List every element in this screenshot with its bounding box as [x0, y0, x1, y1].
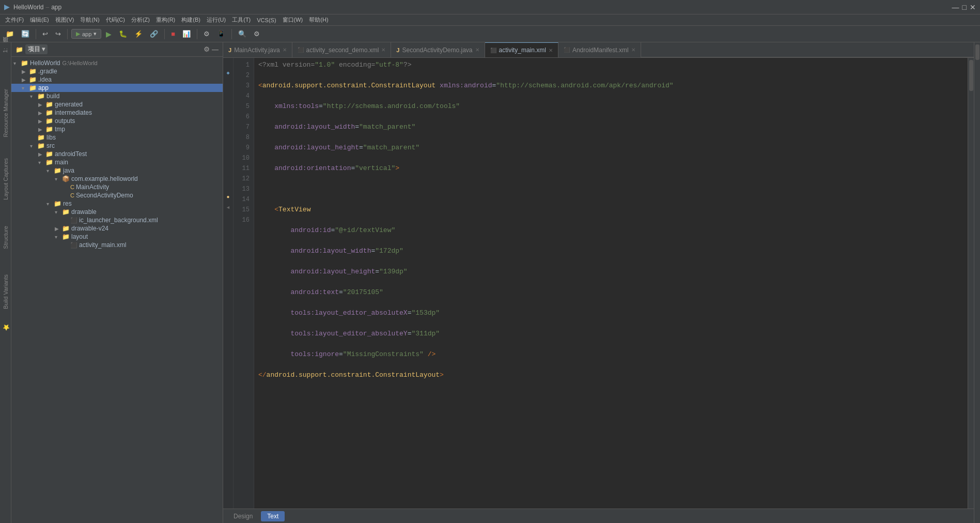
- coverage-button[interactable]: 📊: [180, 28, 193, 39]
- tree-item-androidtest[interactable]: ▶ 📁 androidTest: [11, 150, 223, 158]
- menu-vcs[interactable]: VCS(S): [254, 16, 279, 24]
- line-num-4: 4: [234, 91, 254, 101]
- code-editor[interactable]: <?xml version="1.0" encoding="utf-8"?> <…: [254, 58, 968, 509]
- code-line-12: android:text="20175105": [258, 287, 963, 298]
- tree-item-secondactivitydemo[interactable]: C SecondActivityDemo: [11, 191, 223, 199]
- close-icon[interactable]: ✕: [970, 3, 976, 11]
- tree-item-res[interactable]: ▾ 📁 res: [11, 199, 223, 208]
- tree-item-activity-main-xml[interactable]: ⬛ activity_main.xml: [11, 241, 223, 249]
- menu-bar: 文件(F) 编辑(E) 视图(V) 导航(N) 代码(C) 分析(Z) 重构(R…: [0, 14, 980, 26]
- tab-close-icon[interactable]: ✕: [283, 47, 287, 53]
- arrow-icon: ▾: [30, 143, 37, 149]
- tree-item-libs[interactable]: 📁 libs: [11, 133, 223, 142]
- sidebar-item-resource-manager[interactable]: Resource Manager: [2, 87, 10, 140]
- debug-button[interactable]: 🐛: [116, 28, 130, 39]
- tab-mainactivity-java[interactable]: J MainActivity.java ✕: [223, 42, 292, 57]
- code-scrollbar[interactable]: [968, 58, 974, 509]
- line-num-13: 13: [234, 184, 254, 194]
- menu-code[interactable]: 代码(C): [103, 15, 128, 25]
- tree-item-drawable-v24[interactable]: ▶ 📁 drawable-v24: [11, 224, 223, 233]
- tab-close-icon[interactable]: ✕: [381, 47, 385, 53]
- maximize-icon[interactable]: □: [962, 3, 967, 11]
- attach-button[interactable]: 🔗: [147, 28, 161, 39]
- sdk-manager-button[interactable]: ⚙: [201, 28, 212, 39]
- tree-item-app[interactable]: ▾ 📁 app: [11, 84, 223, 92]
- java-icon: J: [228, 47, 231, 53]
- tab-second-activity-demo-java[interactable]: J SecondActivityDemo.java ✕: [391, 42, 485, 57]
- project-collapse-icon[interactable]: —: [212, 45, 219, 53]
- tree-item-layout[interactable]: ▾ 📁 layout: [11, 233, 223, 241]
- tree-item-mainactivity[interactable]: C MainActivity: [11, 183, 223, 191]
- tab-design[interactable]: Design: [227, 511, 259, 521]
- folder-icon: 📁: [54, 200, 61, 207]
- menu-tools[interactable]: 工具(T): [229, 15, 254, 25]
- tab-text[interactable]: Text: [261, 511, 285, 521]
- tree-item-ic-launcher[interactable]: ⬛ ic_launcher_background.xml: [11, 216, 223, 224]
- tree-item-helloworld[interactable]: ▾ 📁 HelloWorld G:\HelloWorld: [11, 59, 223, 67]
- project-dropdown[interactable]: 项目 ▾: [25, 44, 48, 54]
- profile-button[interactable]: ⚡: [132, 28, 145, 39]
- menu-analyze[interactable]: 分析(Z): [128, 15, 153, 25]
- run-config-dropdown-icon: ▾: [94, 30, 97, 37]
- xml-file-icon: ⬛: [70, 217, 77, 224]
- avd-manager-button[interactable]: 📱: [214, 28, 228, 39]
- run-config-label: app: [82, 31, 91, 37]
- arrow-icon: ▶: [38, 118, 45, 124]
- xml-icon: ⬛: [490, 48, 496, 53]
- tree-item-outputs[interactable]: ▶ 📁 outputs: [11, 117, 223, 125]
- menu-help[interactable]: 帮助(H): [306, 15, 331, 25]
- tab-androidmanifest[interactable]: ⬛ AndroidManifest.xml ✕: [558, 42, 641, 57]
- sidebar-item-project[interactable]: 1: 项目: [1, 44, 10, 55]
- run-config-selector[interactable]: ▶ app ▾: [71, 29, 101, 39]
- toolbar-separator-4: [197, 29, 197, 39]
- menu-build[interactable]: 构建(B): [178, 15, 204, 25]
- tab-close-icon[interactable]: ✕: [475, 47, 479, 53]
- project-settings-icon[interactable]: ⚙: [204, 45, 210, 53]
- menu-run[interactable]: 运行(U): [204, 15, 229, 25]
- tree-item-idea[interactable]: ▶ 📁 .idea: [11, 75, 223, 84]
- stop-button[interactable]: ■: [168, 28, 178, 39]
- tab-close-icon[interactable]: ✕: [631, 47, 635, 53]
- tree-item-build[interactable]: ▾ 📁 build: [11, 92, 223, 100]
- redo-button[interactable]: ↪: [53, 28, 64, 39]
- tree-item-gradle[interactable]: ▶ 📁 .gradle: [11, 67, 223, 75]
- sidebar-item-structure[interactable]: Structure: [2, 224, 10, 251]
- tree-item-label: src: [46, 142, 55, 149]
- tree-item-src[interactable]: ▾ 📁 src: [11, 142, 223, 150]
- tab-activity-second-demo[interactable]: ⬛ activity_second_demo.xml ✕: [292, 42, 392, 57]
- arrow-icon: ▾: [55, 234, 62, 240]
- minimize-icon[interactable]: —: [952, 3, 959, 11]
- run-button[interactable]: ▶: [103, 28, 114, 40]
- menu-refactor[interactable]: 重构(R): [153, 15, 178, 25]
- menu-file[interactable]: 文件(F): [2, 15, 27, 25]
- menu-view[interactable]: 视图(V): [52, 15, 77, 25]
- settings-button[interactable]: ⚙: [251, 28, 262, 39]
- right-scrollbar[interactable]: [974, 42, 980, 523]
- menu-window[interactable]: 窗口(W): [279, 15, 306, 25]
- search-everywhere-button[interactable]: 🔍: [236, 28, 249, 39]
- undo-button[interactable]: ↩: [40, 28, 51, 39]
- tree-item-intermediates[interactable]: ▶ 📁 intermediates: [11, 109, 223, 117]
- manifest-icon: ⬛: [564, 47, 570, 53]
- sync-button[interactable]: 🔄: [19, 28, 32, 39]
- tree-item-com-example[interactable]: ▾ 📦 com.example.helloworld: [11, 175, 223, 183]
- tree-item-label: com.example.helloworld: [71, 175, 138, 182]
- tree-item-generated[interactable]: ▶ 📁 generated: [11, 100, 223, 109]
- tab-close-icon[interactable]: ✕: [549, 48, 553, 53]
- sidebar-item-build-variants[interactable]: Build Variants: [2, 272, 10, 311]
- open-file-button[interactable]: 📁: [3, 28, 17, 39]
- tree-item-drawable[interactable]: ▾ 📁 drawable: [11, 208, 223, 216]
- sidebar-item-favorites[interactable]: ⭐: [1, 322, 10, 333]
- left-side-panel: 1: 项目 Resource Manager Layout Captures S…: [0, 42, 11, 523]
- menu-edit[interactable]: 编辑(E): [27, 15, 52, 25]
- code-view[interactable]: ◆ ●: [223, 58, 974, 509]
- tab-activity-main-xml[interactable]: ⬛ activity_main.xml ✕: [485, 42, 558, 57]
- menu-navigate[interactable]: 导航(N): [77, 15, 102, 25]
- tree-item-tmp[interactable]: ▶ 📁 tmp: [11, 125, 223, 133]
- tree-item-java[interactable]: ▾ 📁 java: [11, 166, 223, 175]
- sidebar-item-layout-captures[interactable]: Layout Captures: [2, 156, 10, 202]
- project-panel: 📁 项目 ▾ ⚙ — ▾ 📁 HelloWorld G:\HelloWorld …: [11, 42, 223, 523]
- tree-item-main[interactable]: ▾ 📁 main: [11, 158, 223, 166]
- code-line-7: [258, 184, 963, 194]
- arrow-icon: ▾: [46, 201, 54, 207]
